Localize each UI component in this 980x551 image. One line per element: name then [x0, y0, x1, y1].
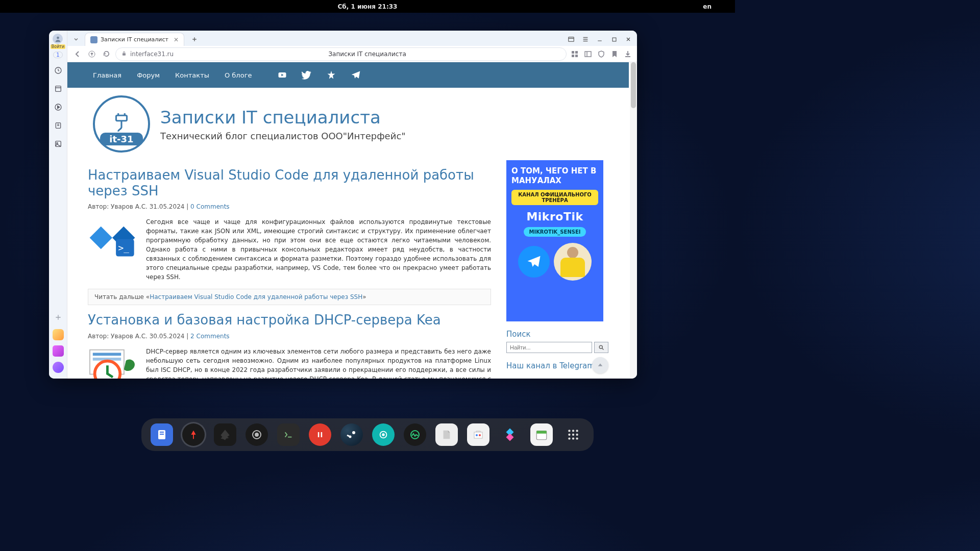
- svg-rect-3: [55, 86, 61, 92]
- svg-point-35: [382, 434, 384, 436]
- youtube-icon[interactable]: [277, 70, 287, 80]
- dock-app-libreoffice[interactable]: [435, 423, 458, 446]
- tab-count-badge[interactable]: 1: [53, 52, 62, 58]
- site-nav: Главная Форум Контакты О блоге: [67, 62, 629, 88]
- address-bar[interactable]: interface31.ru Записки IT специалиста: [115, 47, 567, 61]
- bookmark-icon[interactable]: [610, 50, 619, 58]
- translate-icon[interactable]: [584, 50, 592, 58]
- dock-app-diamond[interactable]: [499, 423, 521, 446]
- window-maximize-icon[interactable]: [608, 35, 620, 44]
- add-panel-icon[interactable]: [52, 311, 64, 323]
- svg-rect-16: [585, 52, 591, 57]
- article-excerpt: DHCP-сервер является одним из ключевых э…: [146, 347, 491, 379]
- dock-app-teal-circle[interactable]: [372, 423, 395, 446]
- browser-menu-icon[interactable]: [580, 35, 591, 44]
- svg-text:>_: >_: [118, 243, 130, 253]
- login-button[interactable]: Войти: [51, 34, 65, 49]
- search-button[interactable]: [594, 342, 608, 353]
- dock-app-inkscape[interactable]: [214, 423, 236, 446]
- alice-icon[interactable]: [53, 362, 64, 373]
- dock-app-software[interactable]: [467, 423, 489, 446]
- lock-icon: [121, 49, 127, 59]
- web-page: Главная Форум Контакты О блоге it-31: [67, 62, 629, 379]
- svg-rect-12: [572, 51, 574, 54]
- svg-point-50: [576, 437, 578, 439]
- article-comments-link[interactable]: 2 Comments: [190, 333, 230, 340]
- article-excerpt: Сегодня все чаще и чаще для конфигурацио…: [146, 217, 491, 282]
- dock-app-files[interactable]: [151, 423, 173, 446]
- music-app-icon[interactable]: [53, 345, 64, 357]
- feed-icon[interactable]: [52, 83, 64, 95]
- read-more: Читать дальше «Настраиваем Visual Studio…: [88, 289, 491, 305]
- favicon-icon: [90, 36, 97, 43]
- site-logo[interactable]: it-31: [93, 95, 150, 153]
- article: Настраиваем Visual Studio Code для удале…: [88, 167, 491, 305]
- svg-rect-13: [575, 51, 578, 54]
- nav-home[interactable]: Главная: [93, 71, 121, 79]
- reader-icon[interactable]: [52, 119, 64, 132]
- banner-chip: КАНАЛ ОФИЦИАЛЬНОГО ТРЕНЕРА: [511, 190, 598, 205]
- svg-rect-28: [160, 432, 164, 433]
- window-close-icon[interactable]: [623, 35, 634, 44]
- history-icon[interactable]: [52, 64, 64, 77]
- tab-close-icon[interactable]: ✕: [174, 36, 179, 43]
- search-input[interactable]: [506, 342, 592, 353]
- twitter-icon[interactable]: [302, 70, 312, 80]
- promo-banner[interactable]: О ТОМ, ЧЕГО НЕТ В МАНУАЛАХ КАНАЛ ОФИЦИАЛ…: [506, 160, 603, 321]
- nav-contacts[interactable]: Контакты: [175, 71, 209, 79]
- reload-icon[interactable]: [101, 49, 111, 59]
- svg-point-49: [572, 437, 574, 439]
- reader-mode-icon[interactable]: [566, 35, 577, 44]
- svg-rect-22: [93, 353, 121, 356]
- svg-point-39: [479, 434, 481, 436]
- article-meta: Автор: Уваров А.С. 30.05.2024 |: [88, 333, 190, 340]
- tab-title: Записки IT специалист: [101, 36, 168, 43]
- yandex-logo-icon[interactable]: [87, 49, 97, 59]
- telegram-icon[interactable]: [351, 70, 361, 80]
- tab-list-button[interactable]: [70, 35, 82, 44]
- dock-app-terminal[interactable]: [277, 423, 300, 446]
- scroll-top-button[interactable]: [592, 357, 608, 373]
- dock-app-grid[interactable]: [562, 423, 584, 446]
- scrollbar[interactable]: [630, 62, 637, 379]
- dock-app-yandex-browser[interactable]: [182, 423, 205, 446]
- clock[interactable]: Сб, 1 июня 21:33: [338, 3, 398, 10]
- keyboard-lang[interactable]: en: [703, 3, 712, 10]
- dock-app-calendar[interactable]: [530, 423, 553, 446]
- svg-point-45: [568, 434, 570, 436]
- svg-point-38: [476, 434, 478, 436]
- article-title[interactable]: Установка и базовая настройка DHCP-серве…: [88, 312, 491, 328]
- tab-strip: Записки IT специалист ✕: [67, 31, 637, 46]
- nav-about[interactable]: О блоге: [225, 71, 252, 79]
- gallery-icon[interactable]: [52, 138, 64, 150]
- shield-icon[interactable]: [597, 50, 605, 58]
- mail-app-icon[interactable]: [53, 329, 64, 340]
- star-icon[interactable]: [326, 70, 336, 80]
- article-comments-link[interactable]: 0 Comments: [190, 203, 230, 210]
- site-sidebar: О ТОМ, ЧЕГО НЕТ В МАНУАЛАХ КАНАЛ ОФИЦИАЛ…: [506, 160, 608, 379]
- logo-text: it-31: [100, 133, 143, 145]
- url-text: interface31.ru: [130, 51, 174, 58]
- site-title: Записки IT специалиста: [160, 107, 406, 128]
- nav-back-icon[interactable]: [72, 49, 83, 59]
- address-bar-row: interface31.ru Записки IT специалиста: [67, 46, 637, 62]
- svg-rect-29: [160, 434, 164, 435]
- dock-app-monitor[interactable]: [404, 423, 426, 446]
- window-minimize-icon[interactable]: [594, 35, 605, 44]
- tab-active[interactable]: Записки IT специалист ✕: [85, 33, 184, 46]
- svg-rect-37: [474, 432, 482, 438]
- extensions-icon[interactable]: [571, 50, 579, 58]
- dock-app-red-circle[interactable]: [309, 423, 331, 446]
- article-thumbnail: >_: [88, 217, 137, 258]
- banner-handle: MIKROTIK_SENSEI: [524, 227, 585, 237]
- dock-app-obs[interactable]: [246, 423, 268, 446]
- new-tab-button[interactable]: [189, 34, 200, 44]
- article-title[interactable]: Настраиваем Visual Studio Code для удале…: [88, 167, 491, 199]
- play-icon[interactable]: [52, 101, 64, 113]
- banner-brand: MikroTik: [526, 210, 583, 223]
- read-more-link[interactable]: Настраиваем Visual Studio Code для удале…: [150, 293, 362, 300]
- scrollbar-thumb[interactable]: [631, 62, 636, 108]
- nav-forum[interactable]: Форум: [137, 71, 160, 79]
- downloads-icon[interactable]: [624, 50, 632, 58]
- dock-app-steam[interactable]: [340, 423, 363, 446]
